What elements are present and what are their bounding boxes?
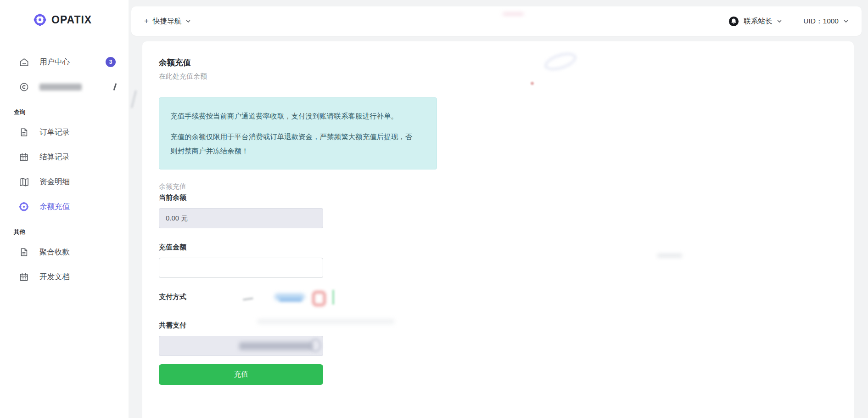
sidebar-item-label: 结算记录 bbox=[39, 152, 70, 162]
payment-method-label: 支付方式 bbox=[159, 293, 186, 301]
quick-nav-label: 快捷导航 bbox=[153, 17, 181, 26]
sidebar-item-label: 资金明细 bbox=[39, 177, 70, 187]
document-icon bbox=[18, 247, 29, 258]
quick-nav-dropdown[interactable]: + 快捷导航 bbox=[144, 17, 191, 26]
page-subtitle: 在此处充值余额 bbox=[159, 72, 835, 81]
sidebar: OPATIX 用户中心 3 bbox=[0, 0, 129, 418]
sidebar-nav: 用户中心 3 查询 bbox=[0, 50, 129, 289]
plus-icon: + bbox=[144, 17, 149, 26]
page-title: 余额充值 bbox=[159, 57, 835, 68]
sidebar-section-query: 查询 bbox=[0, 99, 129, 120]
brand-name: OPATIX bbox=[51, 14, 92, 26]
balance-recharge-panel: 余额充值 在此处充值余额 充值手续费按当前商户通道费率收取，支付没到账请联系客服… bbox=[142, 41, 854, 418]
sidebar-item-label: 用户中心 bbox=[39, 57, 70, 67]
bell-icon bbox=[728, 16, 739, 27]
total-payable-wrap bbox=[159, 336, 323, 356]
blurred-payment-logo-red bbox=[312, 291, 326, 306]
uid-dropdown[interactable]: UID：1000 bbox=[803, 17, 849, 26]
sidebar-item-label: 开发文档 bbox=[39, 272, 70, 282]
current-balance-label: 当前余额 bbox=[159, 193, 835, 202]
sidebar-section-other: 其他 bbox=[0, 219, 129, 240]
recharge-amount-input[interactable] bbox=[159, 258, 323, 278]
recharge-submit-button[interactable]: 充值 bbox=[159, 364, 323, 385]
total-payable-label: 共需支付 bbox=[159, 321, 835, 330]
calendar-icon bbox=[18, 271, 29, 282]
brand-wheel-icon bbox=[33, 13, 47, 27]
sidebar-item-label: 订单记录 bbox=[39, 127, 70, 137]
blurred-payment-logo-blue bbox=[274, 294, 305, 300]
calendar-icon bbox=[18, 152, 29, 163]
recharge-info-alert: 充值手续费按当前商户通道费率收取，支付没到账请联系客服进行补单。 充值的余额仅限… bbox=[159, 97, 437, 169]
topbar: + 快捷导航 联系站长 UID：1000 bbox=[131, 6, 862, 36]
sidebar-item-fund-details[interactable]: 资金明细 bbox=[0, 169, 129, 194]
form-group-label: 余额充值 bbox=[159, 182, 835, 191]
ledger-book-icon bbox=[18, 176, 29, 187]
compass-icon bbox=[18, 81, 29, 92]
total-payable-field bbox=[159, 336, 323, 356]
sidebar-item-order-records[interactable]: 订单记录 bbox=[0, 120, 129, 145]
blurred-payment-logo-blue-underline bbox=[279, 298, 302, 302]
chevron-down-icon bbox=[843, 18, 849, 24]
payment-method-row: 支付方式 bbox=[159, 293, 835, 306]
sidebar-item-user-center[interactable]: 用户中心 3 bbox=[0, 50, 129, 74]
content-column: + 快捷导航 联系站长 UID：1000 bbox=[129, 0, 868, 418]
chevron-down-icon bbox=[777, 18, 782, 24]
contact-admin-dropdown[interactable]: 联系站长 bbox=[728, 16, 782, 27]
app-layout: OPATIX 用户中心 3 bbox=[0, 0, 868, 418]
notification-badge: 3 bbox=[106, 57, 116, 67]
sidebar-item-label: 余额充值 bbox=[39, 202, 70, 212]
sidebar-item-label: 聚合收款 bbox=[39, 247, 70, 257]
alert-line-2: 充值的余额仅限用于平台消费或订单退款资金，严禁频繁大额充值后提现，否则封禁商户并… bbox=[170, 130, 419, 158]
sidebar-item-settlement-records[interactable]: 结算记录 bbox=[0, 145, 129, 169]
blurred-payment-logo-green bbox=[332, 290, 334, 305]
sidebar-item-dev-docs[interactable]: 开发文档 bbox=[0, 265, 129, 289]
uid-label: UID：1000 bbox=[803, 17, 839, 26]
alert-line-1: 充值手续费按当前商户通道费率收取，支付没到账请联系客服进行补单。 bbox=[170, 109, 419, 123]
sidebar-item-aggregate-collection[interactable]: 聚合收款 bbox=[0, 240, 129, 265]
recharge-amount-label: 充值金额 bbox=[159, 243, 835, 252]
blurred-cursor-smudge bbox=[242, 295, 253, 301]
topbar-right: 联系站长 UID：1000 bbox=[728, 16, 849, 27]
document-icon bbox=[18, 127, 29, 138]
brand-logo[interactable]: OPATIX bbox=[0, 0, 129, 27]
chevron-down-icon bbox=[185, 18, 191, 24]
chip-icon bbox=[18, 201, 29, 212]
current-balance-field bbox=[159, 208, 323, 228]
sidebar-item-balance-recharge[interactable]: 余额充值 bbox=[0, 194, 129, 219]
pen-smudge bbox=[113, 83, 117, 90]
contact-admin-label: 联系站长 bbox=[744, 17, 772, 26]
sidebar-item-blurred[interactable] bbox=[0, 74, 129, 99]
sidebar-item-blurred-label bbox=[39, 84, 82, 90]
home-icon bbox=[18, 56, 29, 68]
